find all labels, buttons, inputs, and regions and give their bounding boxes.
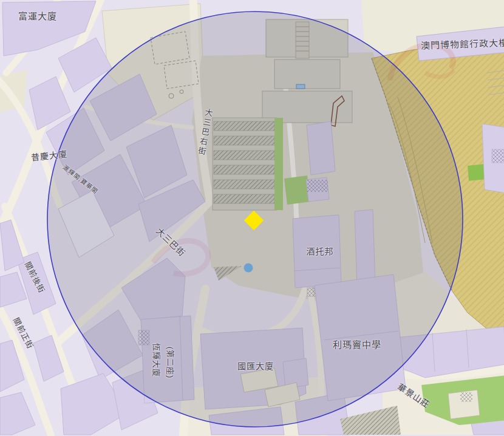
map-viewport[interactable]: 富運大廈昔慶大廈滙輝閣,寶華閣大三巴右街大三巴街澳門博物館行政大樓酒托邦利瑪竇中…: [0, 0, 504, 436]
poi-dot[interactable]: [244, 264, 253, 273]
